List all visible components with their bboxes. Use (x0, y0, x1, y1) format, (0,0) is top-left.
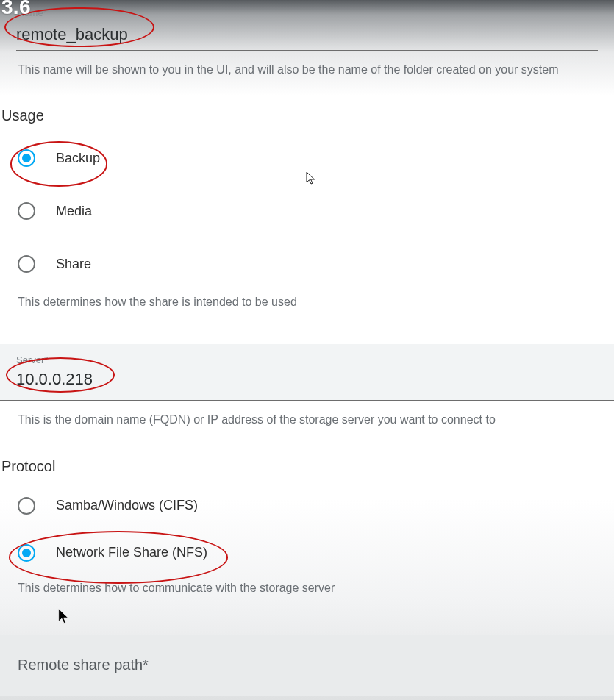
remote-share-path-field[interactable]: Remote share path* (0, 635, 614, 696)
usage-radio-media[interactable]: Media (18, 185, 614, 238)
usage-radio-label: Share (56, 257, 91, 272)
usage-section-title: Usage (0, 81, 614, 132)
protocol-help-text: This determines how to communicate with … (0, 576, 614, 599)
mouse-cursor-icon (57, 609, 71, 625)
usage-radio-label: Media (56, 204, 92, 219)
protocol-radio-cifs[interactable]: Samba/Windows (CIFS) (18, 482, 614, 529)
radio-icon (18, 497, 35, 515)
name-help-text: This name will be shown to you in the UI… (0, 51, 614, 81)
protocol-radio-label: Samba/Windows (CIFS) (56, 498, 198, 513)
radio-icon (18, 202, 35, 220)
usage-help-text: This determines how the share is intende… (0, 290, 614, 313)
usage-radio-label: Backup (56, 151, 100, 166)
name-input[interactable] (16, 7, 598, 50)
radio-icon (18, 544, 35, 562)
usage-radio-share[interactable]: Share (18, 238, 614, 290)
divider (0, 400, 614, 401)
protocol-radio-label: Network File Share (NFS) (56, 545, 207, 560)
name-label: Name* (18, 7, 47, 18)
server-label: Server* (16, 354, 598, 365)
divider (16, 50, 598, 51)
protocol-radio-nfs[interactable]: Network File Share (NFS) (18, 529, 614, 576)
server-field-block: Server* (0, 344, 614, 401)
protocol-radio-group: Samba/Windows (CIFS) Network File Share … (0, 482, 614, 576)
name-field-block: Name* (0, 0, 614, 51)
radio-icon (18, 149, 35, 167)
protocol-section-title: Protocol (0, 432, 614, 482)
remote-share-path-label: Remote share path* (18, 657, 149, 673)
radio-icon (18, 255, 35, 273)
usage-radio-group: Backup Media Share (0, 132, 614, 290)
server-help-text: This is the domain name (FQDN) or IP add… (0, 401, 614, 431)
usage-radio-backup[interactable]: Backup (18, 132, 614, 185)
server-input[interactable] (16, 365, 598, 401)
